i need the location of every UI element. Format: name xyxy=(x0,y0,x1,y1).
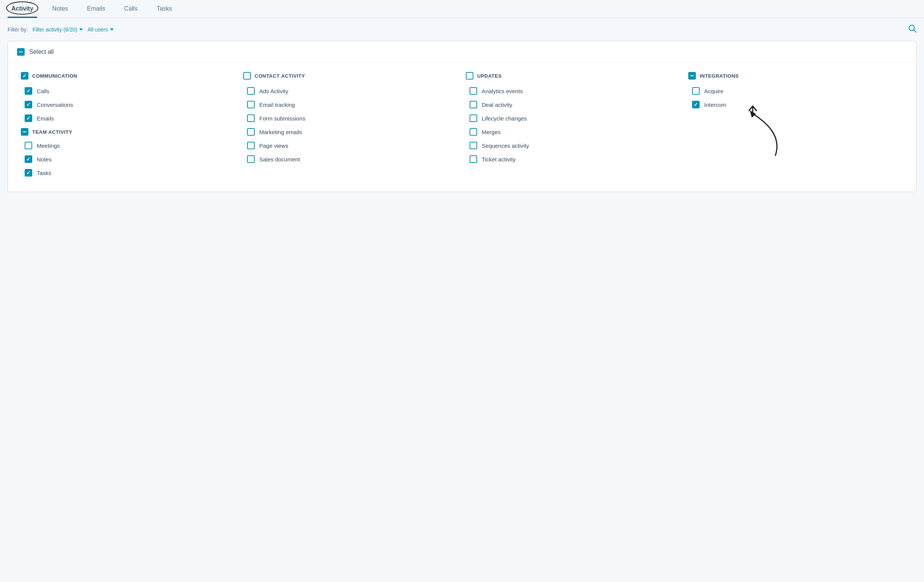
ads-activity-item: Ads Activity xyxy=(247,87,458,95)
ads-activity-label: Ads Activity xyxy=(259,88,289,94)
integrations-header: INTEGRATIONS xyxy=(688,72,903,79)
filter-activity-caret-icon xyxy=(79,28,83,31)
notes-item: ✓ Notes xyxy=(25,155,236,163)
marketing-emails-checkbox[interactable] xyxy=(247,128,255,136)
form-submissions-checkbox[interactable] xyxy=(247,114,255,122)
communication-checkbox[interactable]: ✓ xyxy=(21,72,28,79)
sales-document-item: Sales document xyxy=(247,155,458,163)
integrations-column: INTEGRATIONS Acquire ✓ Intercom xyxy=(685,72,907,183)
tab-tasks[interactable]: Tasks xyxy=(153,0,176,18)
ticket-activity-label: Ticket activity xyxy=(482,156,515,163)
select-all-checkbox[interactable] xyxy=(17,48,25,56)
search-icon xyxy=(908,24,916,33)
merges-checkbox[interactable] xyxy=(470,128,477,136)
all-users-button[interactable]: All users xyxy=(87,26,114,33)
analytics-events-checkbox[interactable] xyxy=(470,87,477,95)
marketing-emails-item: Marketing emails xyxy=(247,128,458,136)
updates-label: UPDATES xyxy=(477,73,502,79)
check-icon: ✓ xyxy=(22,73,27,78)
svg-marker-2 xyxy=(750,109,756,118)
indeterminate-icon xyxy=(23,132,26,133)
contact-activity-checkbox[interactable] xyxy=(243,72,251,79)
conversations-checkbox[interactable]: ✓ xyxy=(25,101,32,108)
check-icon: ✓ xyxy=(26,115,31,121)
tab-activity-label: Activity xyxy=(12,5,33,12)
emails-label: Emails xyxy=(37,115,54,122)
acquire-checkbox[interactable] xyxy=(692,87,700,95)
notes-checkbox[interactable]: ✓ xyxy=(25,155,32,163)
check-icon: ✓ xyxy=(693,102,698,107)
filter-panel: Select all ✓ COMMUNICATION ✓ Calls ✓ xyxy=(8,41,916,192)
ticket-activity-item: Ticket activity xyxy=(470,155,681,163)
merges-item: Merges xyxy=(470,128,681,136)
main-nav: Activity Notes Emails Calls Tasks xyxy=(0,0,924,18)
sales-document-checkbox[interactable] xyxy=(247,155,255,163)
communication-column: ✓ COMMUNICATION ✓ Calls ✓ Conversations … xyxy=(17,72,239,183)
lifecycle-changes-item: Lifecycle changes xyxy=(470,114,681,122)
arrow-annotation xyxy=(715,87,798,163)
acquire-item: Acquire xyxy=(692,87,903,95)
calls-label: Calls xyxy=(37,88,49,94)
emails-checkbox[interactable]: ✓ xyxy=(25,114,32,122)
communication-header: ✓ COMMUNICATION xyxy=(21,72,236,79)
merges-label: Merges xyxy=(482,129,501,135)
lifecycle-changes-checkbox[interactable] xyxy=(470,114,477,122)
team-activity-label: TEAM ACTIVITY xyxy=(32,129,73,135)
integrations-checkbox[interactable] xyxy=(688,72,696,79)
all-users-label: All users xyxy=(87,26,108,33)
page-views-label: Page views xyxy=(259,142,289,149)
sequences-activity-item: Sequences activity xyxy=(470,142,681,149)
deal-activity-item: Deal activity xyxy=(470,101,681,108)
updates-header: UPDATES xyxy=(466,72,681,79)
panel-body: ✓ COMMUNICATION ✓ Calls ✓ Conversations … xyxy=(8,63,916,192)
filter-bar: Filter by: Filter activity (6/20) All us… xyxy=(0,18,924,41)
intercom-item: ✓ Intercom xyxy=(692,101,903,108)
conversations-label: Conversations xyxy=(37,102,73,108)
calls-item: ✓ Calls xyxy=(25,87,236,95)
check-icon: ✓ xyxy=(26,170,31,175)
all-users-caret-icon xyxy=(110,28,114,31)
conversations-item: ✓ Conversations xyxy=(25,101,236,108)
indeterminate-icon xyxy=(19,51,23,53)
contact-activity-column: CONTACT ACTIVITY Ads Activity Email trac… xyxy=(239,72,462,183)
page-views-checkbox[interactable] xyxy=(247,142,255,149)
tab-calls[interactable]: Calls xyxy=(120,0,142,18)
updates-checkbox[interactable] xyxy=(466,72,474,79)
tab-emails[interactable]: Emails xyxy=(83,0,109,18)
check-icon: ✓ xyxy=(26,102,31,107)
form-submissions-label: Form submissions xyxy=(259,115,305,122)
ticket-activity-checkbox[interactable] xyxy=(470,155,477,163)
email-tracking-label: Email tracking xyxy=(259,102,295,108)
search-button[interactable] xyxy=(908,24,916,35)
check-icon: ✓ xyxy=(26,88,31,94)
analytics-events-item: Analytics events xyxy=(470,87,681,95)
ads-activity-checkbox[interactable] xyxy=(247,87,255,95)
notes-label: Notes xyxy=(37,156,51,163)
filter-activity-label: Filter activity (6/20) xyxy=(33,26,77,33)
sequences-activity-checkbox[interactable] xyxy=(470,142,477,149)
tab-activity[interactable]: Activity xyxy=(8,0,37,18)
contact-activity-label: CONTACT ACTIVITY xyxy=(255,73,305,79)
panel-header: Select all xyxy=(8,41,916,63)
meetings-checkbox[interactable] xyxy=(25,142,32,149)
analytics-events-label: Analytics events xyxy=(482,88,523,94)
svg-line-1 xyxy=(914,30,916,32)
email-tracking-checkbox[interactable] xyxy=(247,101,255,108)
meetings-label: Meetings xyxy=(37,142,60,149)
filter-activity-button[interactable]: Filter activity (6/20) xyxy=(33,26,83,33)
check-icon: ✓ xyxy=(26,157,31,162)
calls-checkbox[interactable]: ✓ xyxy=(25,87,32,95)
marketing-emails-label: Marketing emails xyxy=(259,129,302,135)
tasks-item: ✓ Tasks xyxy=(25,169,236,176)
updates-column: UPDATES Analytics events Deal activity L… xyxy=(462,72,685,183)
deal-activity-checkbox[interactable] xyxy=(470,101,477,108)
intercom-checkbox[interactable]: ✓ xyxy=(692,101,700,108)
tasks-checkbox[interactable]: ✓ xyxy=(25,169,32,176)
form-submissions-item: Form submissions xyxy=(247,114,458,122)
tab-notes[interactable]: Notes xyxy=(48,0,72,18)
integrations-label: INTEGRATIONS xyxy=(700,73,739,79)
team-activity-checkbox[interactable] xyxy=(21,128,28,136)
emails-item: ✓ Emails xyxy=(25,114,236,122)
tab-notes-label: Notes xyxy=(52,5,68,12)
tab-tasks-label: Tasks xyxy=(157,5,172,12)
